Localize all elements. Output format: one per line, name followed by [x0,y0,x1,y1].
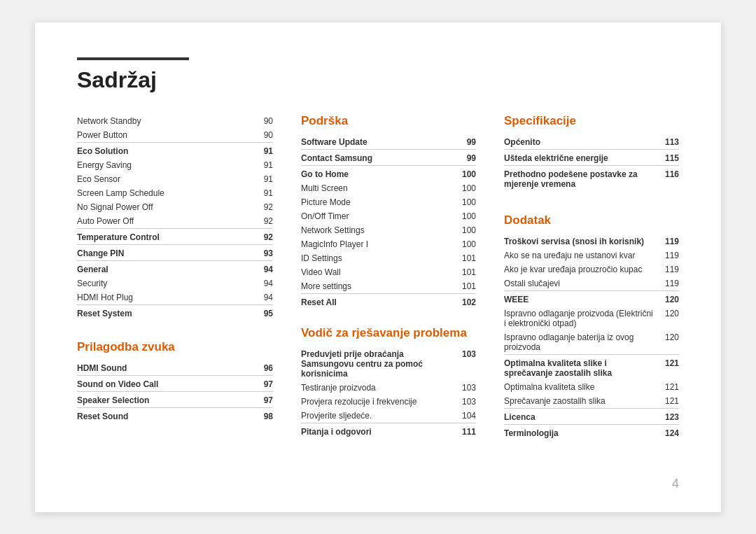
toc-page: 104 [458,409,476,423]
top-toc-table: Network Standby90Power Button90Eco Solut… [77,114,273,321]
toc-label: Screen Lamp Schedule [77,186,249,200]
toc-label: Multi Screen [301,181,444,195]
vodic-table: Preduvjeti prije obraćanja Samsungovu ce… [301,347,476,439]
toc-label: Općenito [504,135,662,150]
toc-page: 100 [444,237,476,251]
col-mid: Podrška Software Update99Contact Samsung… [301,114,476,457]
toc-page: 115 [662,149,679,165]
toc-label: Picture Mode [301,195,444,209]
list-item: HDMI Hot Plug94 [77,290,273,305]
list-item: Network Settings100 [301,223,476,237]
toc-label: Network Settings [301,223,444,237]
toc-label: Software Update [301,135,444,150]
list-item: Ispravno odlaganje proizvoda (Električni… [504,307,679,330]
toc-page: 100 [444,223,476,237]
toc-page: 97 [248,391,273,407]
list-item: Software Update99 [301,135,476,150]
list-item: Troškovi servisa (snosi ih korisnik)119 [504,234,679,248]
toc-label: Ispravno odlaganje proizvoda (Električni… [504,307,662,330]
list-item: Power Button90 [77,128,273,143]
toc-label: Provjera rezolucije i frekvencije [301,395,458,409]
toc-label: Ispravno odlaganje baterija iz ovog proi… [504,330,662,355]
toc-page: 94 [249,276,273,290]
toc-label: Power Button [77,128,249,143]
toc-label: No Signal Power Off [77,200,249,214]
list-item: Eco Solution91 [77,142,273,158]
toc-label: More settings [301,279,444,294]
sound-toc-table: HDMI Sound96Sound on Video Call97Speaker… [77,361,273,423]
toc-label: Change PIN [77,244,249,260]
list-item: Ostali slučajevi119 [504,276,679,291]
list-item: Security94 [77,276,273,290]
toc-page: 101 [444,279,476,294]
toc-page: 99 [444,135,476,150]
list-item: Testiranje proizvoda103 [301,381,476,395]
list-item: Reset All102 [301,293,476,309]
list-item: Go to Home100 [301,165,476,181]
list-item: Eco Sensor91 [77,172,273,186]
toc-label: Ako se na uređaju ne ustanovi kvar [504,248,662,262]
toc-label: Energy Saving [77,158,249,172]
sound-section: Prilagodba zvuka HDMI Sound96Sound on Vi… [77,340,273,423]
toc-page: 119 [662,276,679,291]
toc-page: 100 [444,195,476,209]
toc-page: 99 [444,149,476,165]
list-item: Ušteda električne energije115 [504,149,679,165]
list-item: General94 [77,260,273,276]
list-item: Preduvjeti prije obraćanja Samsungovu ce… [301,347,476,381]
toc-label: Prethodno podešene postavke za mjerenje … [504,165,662,191]
toc-page: 96 [248,361,273,376]
toc-page: 93 [249,244,273,260]
toc-label: WEEE [504,290,662,307]
list-item: Contact Samsung99 [301,149,476,165]
toc-label: Licenca [504,408,662,424]
toc-page: 94 [249,290,273,305]
toc-label: Contact Samsung [301,149,444,165]
toc-page: 120 [662,290,679,307]
toc-label: Ušteda električne energije [504,149,662,165]
list-item: Multi Screen100 [301,181,476,195]
list-item: Temperature Control92 [77,228,273,244]
toc-label: Speaker Selection [77,391,248,407]
toc-page: 103 [458,381,476,395]
list-item: Auto Power Off92 [77,214,273,229]
dodatak-heading: Dodatak [504,213,679,227]
list-item: Ispravno odlaganje baterija iz ovog proi… [504,330,679,355]
toc-label: Network Standby [77,114,249,128]
list-item: Picture Mode100 [301,195,476,209]
toc-label: Eco Sensor [77,172,249,186]
vodic-heading: Vodič za rješavanje problema [301,326,476,340]
specifikacije-table: Općenito113Ušteda električne energije115… [504,135,679,191]
toc-page: 103 [458,347,476,381]
toc-page: 121 [662,394,679,409]
toc-page: 91 [249,142,273,158]
list-item: Video Wall101 [301,265,476,279]
list-item: MagicInfo Player I100 [301,237,476,251]
toc-page: 90 [249,114,273,128]
col-left: Network Standby90Power Button90Eco Solut… [77,114,273,457]
toc-page: 92 [249,200,273,214]
list-item: Reset Sound98 [77,407,273,423]
toc-page: 103 [458,395,476,409]
toc-page: 120 [662,307,679,330]
toc-label: Optimalna kvaliteta slike [504,380,662,394]
toc-page: 123 [662,408,679,424]
list-item: Provjera rezolucije i frekvencije103 [301,395,476,409]
list-item: Provjerite sljedeće.104 [301,409,476,423]
list-item: Prethodno podešene postavke za mjerenje … [504,165,679,191]
list-item: Sound on Video Call97 [77,375,273,391]
toc-page: 90 [249,128,273,143]
toc-page: 98 [248,407,273,423]
toc-label: Optimalna kvaliteta slike i sprečavanje … [504,354,662,380]
list-item: Change PIN93 [77,244,273,260]
list-item: Reset System95 [77,304,273,321]
list-item: Screen Lamp Schedule91 [77,186,273,200]
dodatak-table: Troškovi servisa (snosi ih korisnik)119A… [504,234,679,440]
list-item: On/Off Timer100 [301,209,476,223]
toc-label: HDMI Sound [77,361,248,376]
podrska-section: Podrška Software Update99Contact Samsung… [301,114,476,309]
list-item: ID Settings101 [301,251,476,265]
toc-page: 102 [444,293,476,309]
toc-label: Eco Solution [77,142,249,158]
toc-page: 124 [662,424,679,440]
